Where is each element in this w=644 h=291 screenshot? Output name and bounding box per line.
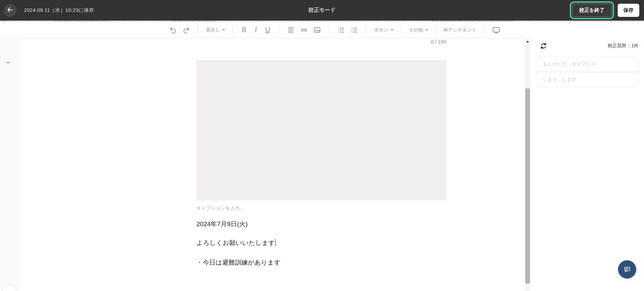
more-menu-label: その他 xyxy=(409,27,423,33)
bullet-list-button[interactable] xyxy=(337,26,345,34)
greeting-text: よろしくお願いいたします xyxy=(196,239,275,246)
refresh-icon xyxy=(539,42,548,50)
heading-dropdown-label: 見出し xyxy=(206,27,220,33)
toolbar-separator xyxy=(401,26,401,34)
editor-left-gutter xyxy=(0,39,19,291)
refresh-button[interactable] xyxy=(539,41,548,51)
arrow-left-icon xyxy=(7,6,13,15)
button-menu-label: ボタン xyxy=(374,27,388,33)
page-title: 校正モード xyxy=(0,7,644,14)
bold-button[interactable]: B xyxy=(240,26,248,34)
top-bar: 2024.09.11（水）10:23に保存 校正モード 校正を終了 保存 xyxy=(0,0,644,21)
ordered-list-icon: 1 2 3 xyxy=(350,26,358,34)
block-drag-handle[interactable]: – xyxy=(6,59,10,66)
toolbar-separator xyxy=(329,26,329,34)
toolbar-separator xyxy=(198,26,198,34)
end-proofread-highlight-ring: 校正を終了 xyxy=(570,1,614,19)
image-button[interactable] xyxy=(313,26,321,34)
chevron-down-icon xyxy=(391,29,393,31)
toolbar-separator xyxy=(366,26,366,34)
bullet-list-icon xyxy=(337,26,345,34)
ai-assistant-label: AIアシスタント xyxy=(443,27,477,33)
proofread-sidebar: 校正箇所：1件 もしかして：タイプミス しまう→します xyxy=(530,22,644,291)
paragraph-date[interactable]: 2024年7月9日(火) xyxy=(196,219,446,229)
proofread-count-label: 校正箇所：1件 xyxy=(608,43,639,49)
suggestion-title: もしかして：タイプミス xyxy=(537,57,639,72)
scrollbar-thumb[interactable] xyxy=(525,88,530,284)
back-button[interactable] xyxy=(4,4,17,17)
ai-assistant-button[interactable]: AIアシスタント xyxy=(443,27,477,33)
italic-button[interactable]: I xyxy=(252,26,259,34)
end-proofread-button[interactable]: 校正を終了 xyxy=(572,4,612,17)
editor-toolbar: 見出し B I U xyxy=(0,22,525,38)
document-body: キャプションを入力... 2024年7月9日(火) よろしくお願いいたします ・… xyxy=(196,60,446,267)
toolbar-separator xyxy=(484,26,484,34)
scroll-up-arrow-icon[interactable] xyxy=(526,41,529,43)
saved-status: 2024.09.11（水）10:23に保存 xyxy=(24,7,94,14)
toolbar-separator xyxy=(279,26,279,34)
save-button[interactable]: 保存 xyxy=(618,4,639,17)
ordered-list-button[interactable]: 1 2 3 xyxy=(350,26,359,34)
toolbar-separator xyxy=(232,26,233,34)
suggestion-card[interactable]: もしかして：タイプミス しまう→します xyxy=(537,56,639,87)
link-button[interactable] xyxy=(300,26,308,34)
perforation-edge xyxy=(0,21,644,22)
button-menu-dropdown[interactable]: ボタン xyxy=(374,27,393,33)
preview-button[interactable] xyxy=(492,26,501,34)
chat-fab-button[interactable] xyxy=(618,260,636,279)
image-icon xyxy=(313,26,321,34)
image-placeholder[interactable] xyxy=(196,60,446,201)
paragraph-greeting[interactable]: よろしくお願いいたします xyxy=(196,238,446,247)
paragraph-bullet[interactable]: ・今日は避難訓練があります xyxy=(196,258,446,267)
undo-icon xyxy=(169,26,177,34)
monitor-icon xyxy=(492,26,501,34)
chat-bubble-icon xyxy=(623,265,632,274)
suggestion-change: しまう→します xyxy=(537,72,639,87)
more-menu-dropdown[interactable]: その他 xyxy=(409,27,428,33)
text-cursor xyxy=(275,239,276,246)
character-counter: 0 / 100 xyxy=(196,39,446,45)
redo-button[interactable] xyxy=(182,26,191,34)
link-icon xyxy=(300,26,308,34)
chevron-down-icon xyxy=(425,29,428,31)
topbar-actions: 校正を終了 保存 xyxy=(570,0,639,21)
redo-icon xyxy=(182,26,190,34)
proofread-editor-window: 2024.09.11（水）10:23に保存 校正モード 校正を終了 保存 見出し xyxy=(0,0,644,291)
caption-input[interactable]: キャプションを入力... xyxy=(196,205,446,211)
divider-button[interactable] xyxy=(286,26,295,34)
toolbar-separator xyxy=(436,26,436,34)
chevron-down-icon xyxy=(222,29,225,31)
heading-dropdown[interactable]: 見出し xyxy=(206,27,225,33)
divider-icon xyxy=(287,26,295,34)
vertical-scrollbar[interactable] xyxy=(525,39,530,291)
svg-text:3: 3 xyxy=(351,31,353,33)
underline-button[interactable]: U xyxy=(264,26,271,34)
undo-button[interactable] xyxy=(169,26,177,34)
